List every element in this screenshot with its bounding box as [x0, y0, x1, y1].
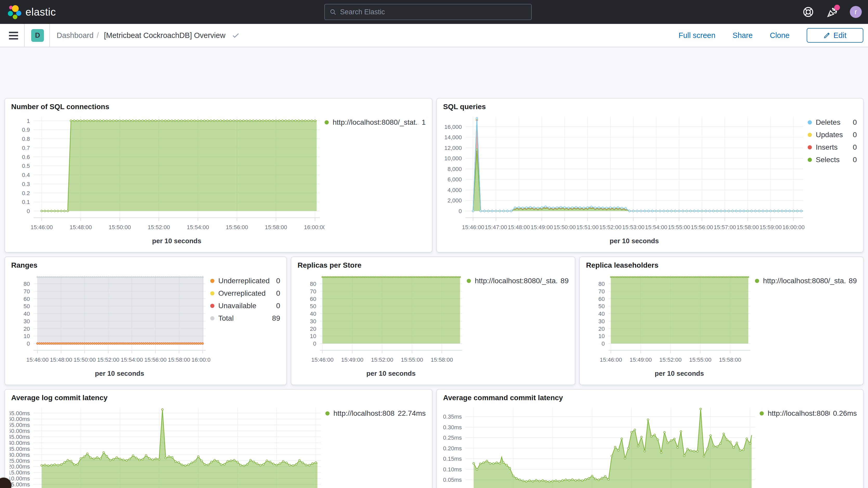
svg-text:8,000: 8,000 [447, 166, 462, 172]
check-icon[interactable] [231, 31, 240, 39]
svg-text:15:49:00: 15:49:00 [531, 224, 553, 231]
svg-text:50: 50 [24, 303, 30, 309]
legend-item[interactable]: Inserts0 [808, 143, 857, 152]
svg-text:15:52:00: 15:52:00 [599, 224, 622, 231]
svg-text:30.00ms: 30.00ms [10, 452, 30, 458]
legend-item[interactable]: Total89 [210, 314, 280, 323]
dashboard-badge[interactable]: D [31, 29, 44, 42]
chart-plot[interactable]: 0102030405060708015:46:0015:49:0015:52:0… [585, 270, 755, 380]
elastic-logo-icon [7, 5, 21, 19]
chart-plot[interactable]: 0102030405060708015:46:0015:48:0015:50:0… [10, 270, 210, 380]
svg-text:0: 0 [459, 208, 462, 214]
legend-value: 0.26ms [833, 409, 857, 418]
legend-item[interactable]: http://localhost:808...22.74ms [326, 409, 426, 418]
clone-button[interactable]: Clone [770, 31, 789, 40]
svg-text:30: 30 [24, 318, 30, 325]
legend-value: 0 [852, 156, 857, 164]
svg-text:0.10ms: 0.10ms [443, 466, 462, 473]
elastic-logo[interactable]: elastic [0, 5, 56, 19]
legend-item[interactable]: Unavailable0 [210, 302, 280, 310]
breadcrumb: [Metricbeat CockroachDB] Overview [104, 24, 240, 47]
help-button[interactable] [802, 6, 814, 18]
legend-value: 0 [276, 302, 280, 310]
chart-plot[interactable]: 00.10.20.30.40.50.60.70.80.9115:46:0015:… [10, 111, 324, 248]
search-input[interactable] [340, 8, 527, 16]
legend-item[interactable]: http://localhost:8080/_sta...89 [467, 277, 569, 285]
legend-item[interactable]: Selects0 [808, 156, 857, 164]
panel-title[interactable]: Replica leaseholders [585, 261, 858, 270]
chart-canvas[interactable]: 0102030405060708015:46:0015:49:0015:52:0… [296, 270, 467, 380]
svg-text:16,000: 16,000 [444, 124, 462, 130]
legend-value: 1 [422, 118, 426, 126]
chart-plot[interactable]: 0.00ms5.00ms10.00ms15.00ms20.00ms25.00ms… [10, 402, 326, 488]
legend-item[interactable]: Underreplicated0 [210, 277, 280, 285]
panel-title[interactable]: Number of SQL connections [10, 103, 427, 111]
svg-text:15:46:00: 15:46:00 [600, 357, 622, 363]
chart-canvas[interactable]: 0102030405060708015:46:0015:49:0015:52:0… [585, 270, 755, 380]
svg-text:0.9: 0.9 [22, 126, 30, 133]
svg-text:80: 80 [24, 281, 30, 287]
chart-plot[interactable]: 02,0004,0006,0008,00010,00012,00014,0001… [441, 111, 808, 248]
panel-title[interactable]: Replicas per Store [296, 261, 570, 270]
legend-label: http://localhost:8080/_stat... [333, 118, 418, 126]
legend-item[interactable]: http://localhost:8080...0.26ms [760, 409, 857, 418]
svg-text:16:00:00: 16:00:00 [304, 224, 324, 231]
svg-text:0.4: 0.4 [22, 172, 30, 178]
svg-text:10: 10 [310, 333, 316, 339]
svg-text:4,000: 4,000 [447, 187, 462, 193]
svg-text:15:56:00: 15:56:00 [144, 357, 166, 363]
user-avatar[interactable]: r [850, 6, 862, 18]
chart-canvas[interactable]: 0102030405060708015:46:0015:48:0015:50:0… [10, 270, 210, 380]
svg-text:15:55:00: 15:55:00 [668, 224, 690, 231]
legend-value: 0 [276, 277, 280, 285]
chart-canvas[interactable]: 0.00ms5.00ms10.00ms15.00ms20.00ms25.00ms… [10, 402, 326, 488]
share-button[interactable]: Share [733, 31, 753, 40]
svg-text:60: 60 [598, 296, 605, 302]
menu-button[interactable] [8, 30, 19, 41]
svg-text:25.00ms: 25.00ms [10, 458, 30, 464]
panel-title[interactable]: Ranges [10, 261, 282, 270]
svg-text:30: 30 [310, 318, 316, 325]
legend-item[interactable]: Deletes0 [808, 118, 857, 126]
search-icon [330, 8, 337, 16]
legend-item[interactable]: http://localhost:8080/_stat...1 [324, 118, 426, 126]
panel-replica-leaseholders: Replica leaseholders 0102030405060708015… [579, 256, 864, 385]
chart-legend: http://localhost:8080...0.26ms [760, 402, 858, 488]
chart-canvas[interactable]: 0.00ms0.05ms0.10ms0.15ms0.20ms0.25ms0.30… [441, 402, 760, 488]
notification-dot [834, 5, 840, 10]
svg-text:15:58:00: 15:58:00 [431, 357, 453, 363]
fullscreen-button[interactable]: Full screen [679, 31, 715, 40]
chart-canvas[interactable]: 02,0004,0006,0008,00010,00012,00014,0001… [441, 111, 808, 248]
panel-title[interactable]: Average command commit latency [441, 394, 858, 402]
legend-label: Inserts [816, 143, 849, 152]
svg-text:15:47:00: 15:47:00 [485, 224, 507, 231]
chart-canvas[interactable]: 00.10.20.30.40.50.60.70.80.9115:46:0015:… [10, 111, 324, 248]
svg-text:10,000: 10,000 [444, 155, 462, 162]
svg-text:15:49:00: 15:49:00 [341, 357, 364, 363]
newsfeed-button[interactable] [826, 6, 838, 18]
svg-text:0.25ms: 0.25ms [443, 434, 462, 441]
legend-item[interactable]: Updates0 [808, 131, 857, 139]
svg-text:15:52:00: 15:52:00 [659, 357, 682, 363]
svg-text:0.3: 0.3 [22, 181, 30, 187]
chart-legend: http://localhost:808...22.74ms [326, 402, 427, 488]
svg-text:0.2: 0.2 [22, 190, 30, 196]
chart-plot[interactable]: 0.00ms0.05ms0.10ms0.15ms0.20ms0.25ms0.30… [441, 402, 760, 488]
svg-text:55.00ms: 55.00ms [10, 422, 30, 428]
breadcrumb-dashboard[interactable]: Dashboard [57, 24, 94, 47]
edit-button[interactable]: Edit [807, 28, 863, 42]
panel-title[interactable]: Average log commit latency [10, 394, 427, 402]
hamburger-icon [8, 30, 19, 41]
svg-text:60: 60 [310, 296, 316, 302]
panel-title[interactable]: SQL queries [441, 103, 858, 111]
legend-item[interactable]: http://localhost:8080/_sta...89 [755, 277, 857, 285]
panel-average-command-commit-latency: Average command commit latency 0.00ms0.0… [436, 389, 864, 488]
svg-text:15:56:00: 15:56:00 [226, 224, 248, 231]
chart-plot[interactable]: 0102030405060708015:46:0015:49:0015:52:0… [296, 270, 467, 380]
panel-average-log-commit-latency: Average log commit latency 0.00ms5.00ms1… [4, 389, 432, 488]
legend-item[interactable]: Overreplicated0 [210, 289, 280, 298]
pencil-icon [824, 32, 830, 39]
svg-text:20.00ms: 20.00ms [10, 463, 30, 470]
life-ring-icon [802, 6, 814, 18]
global-search[interactable] [324, 4, 532, 20]
